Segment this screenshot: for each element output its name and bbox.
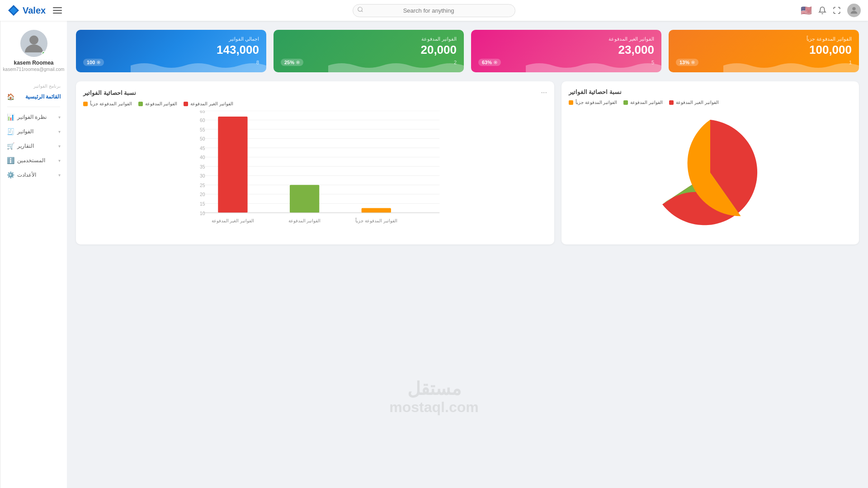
bar-chart-title: نسبة احصائية الفواتير [83, 89, 136, 96]
bar-chart-card: ··· نسبة احصائية الفواتير الفواتير الغير… [76, 81, 554, 244]
pie-chart-title: نسبة احصائية الفواتير [569, 89, 622, 95]
svg-text:25: 25 [200, 183, 205, 188]
stat-card-unpaid: الفواتير الغير المدفوعة 23,000 5 63% [471, 30, 661, 72]
stat-title-partial: الفواتير المدفوعة جزياً [676, 36, 852, 42]
svg-point-1 [358, 7, 362, 11]
pie-chart-container [569, 109, 852, 236]
legend-item-green: الفواتير المدفوعة [623, 100, 663, 105]
svg-text:55: 55 [200, 127, 205, 132]
stat-badge-unpaid: 63% [478, 59, 501, 66]
sidebar-item-inner-users: المستخدمين ℹ️ [7, 157, 45, 164]
svg-text:30: 30 [200, 174, 205, 178]
sidebar-label-reports: التقارير [17, 143, 34, 149]
stat-badge-total: 100 [83, 59, 104, 66]
home-icon: 🏠 [7, 93, 14, 100]
stat-amount-paid: 20,000 [281, 43, 457, 57]
sidebar-user-email: kasem711roomea@gmail.com [3, 67, 65, 72]
svg-text:50: 50 [200, 136, 205, 141]
bar-orange [362, 208, 391, 213]
sidebar-item-reports[interactable]: ▾ التقارير 🛒 [0, 139, 67, 153]
chevron-invoices: ▾ [58, 129, 61, 134]
search-input[interactable] [353, 4, 515, 17]
chevron-users: ▾ [58, 158, 61, 163]
bar-green [290, 185, 319, 213]
main-content: الفواتير المدفوعة جزياً 100,000 1 13% ال… [67, 21, 868, 488]
logo-text: Valex [23, 5, 46, 16]
stat-badge-partial: 13% [676, 59, 698, 66]
sidebar-item-invoices-overview[interactable]: ▾ نظرة الفواتير 📊 [0, 110, 67, 124]
svg-text:الفواتير المدفوعة جزياً: الفواتير المدفوعة جزياً [355, 217, 397, 224]
sidebar-label-invoices: الفواتير [17, 128, 33, 135]
legend-label-orange: الفواتير المدفوعة جزياً [576, 100, 618, 105]
svg-text:60: 60 [200, 118, 205, 123]
sidebar-item-invoices[interactable]: ▾ الفواتير 🧾 [0, 124, 67, 139]
legend-label-red: الفواتير الغير المدفوعة [676, 100, 719, 105]
legend-label-green: الفواتير المدفوعة [630, 100, 663, 105]
header-right: Valex [7, 4, 62, 17]
pie-chart-svg [651, 114, 769, 231]
flag-icon[interactable]: 🇺🇸 [801, 5, 812, 16]
sidebar-item-inner-settings: الأعدادت ⚙️ [7, 171, 36, 178]
svg-text:الفواتير المدفوعة: الفواتير المدفوعة [288, 218, 321, 224]
svg-line-2 [362, 11, 363, 12]
sidebar-item-users[interactable]: ▾ المستخدمين ℹ️ [0, 153, 67, 168]
sidebar-divider-1 [7, 107, 61, 107]
svg-text:40: 40 [200, 155, 205, 160]
stat-amount-unpaid: 23,000 [478, 43, 654, 57]
bar-legend-label-green: الفواتير المدفوعة [145, 101, 178, 106]
chevron-settings: ▾ [58, 173, 61, 178]
bar-legend-dot-red [184, 102, 188, 106]
sidebar: kasem Roomea kasem711roomea@gmail.com بر… [0, 21, 67, 488]
sidebar-user-name: kasem Roomea [14, 60, 53, 66]
user-avatar[interactable] [847, 4, 861, 17]
legend-item-red: الفواتير الغير المدفوعة [669, 100, 719, 105]
bar-legend-red: الفواتير الغير المدفوعة [184, 101, 233, 106]
bar-chart-svg: 65 60 55 50 45 40 35 30 25 20 15 10 [83, 111, 547, 237]
bar-legend-label-red: الفواتير الغير المدفوعة [190, 101, 233, 106]
sidebar-label-users: المستخدمين [17, 157, 45, 164]
svg-text:الفواتير الغير المدفوعة: الفواتير الغير المدفوعة [212, 218, 255, 224]
svg-text:45: 45 [200, 146, 205, 151]
svg-text:35: 35 [200, 164, 205, 169]
bar-legend-label-orange: الفواتير المدفوعة جزياً [90, 101, 132, 106]
bar-legend-dot-orange [83, 102, 88, 106]
invoices-icon: 🧾 [7, 128, 14, 135]
reports-icon: 🛒 [7, 142, 14, 150]
valex-logo: Valex [7, 4, 46, 17]
sidebar-item-inner-reports: التقارير 🛒 [7, 142, 34, 150]
svg-text:20: 20 [200, 192, 205, 197]
sidebar-section-label: برنامج الفواتير [0, 81, 67, 89]
pie-chart-legend: الفواتير الغير المدفوعة الفواتير المدفوع… [569, 100, 852, 105]
svg-point-0 [852, 7, 855, 10]
expand-icon[interactable] [833, 6, 841, 14]
pie-chart-header: نسبة احصائية الفواتير [569, 89, 852, 95]
bar-legend-green: الفواتير المدفوعة [138, 101, 178, 106]
search-icon [357, 6, 363, 14]
bar-chart-area: 65 60 55 50 45 40 35 30 25 20 15 10 [83, 111, 547, 237]
online-status-dot [42, 51, 46, 56]
stat-card-total: اجمالي الفواتير 143,000 8 100 [76, 30, 266, 72]
svg-text:10: 10 [200, 211, 205, 216]
invoices-overview-icon: 📊 [7, 113, 14, 121]
hamburger-menu[interactable] [53, 7, 62, 14]
users-icon: ℹ️ [7, 157, 14, 164]
bar-legend-orange: الفواتير المدفوعة جزياً [83, 101, 132, 106]
sidebar-user-avatar [20, 30, 47, 57]
bar-chart-header: ··· نسبة احصائية الفواتير [83, 89, 547, 97]
notification-icon[interactable] [818, 6, 826, 14]
sidebar-label-settings: الأعدادت [17, 172, 36, 178]
svg-point-45 [29, 36, 38, 45]
sidebar-item-inner-invoices: نظرة الفواتير 📊 [7, 113, 47, 121]
stat-badge-paid: 25% [281, 59, 303, 66]
stat-title-unpaid: الفواتير الغير المدفوعة [478, 36, 654, 42]
sidebar-item-home[interactable]: القائمة الرئيسية 🏠 [0, 89, 67, 104]
sidebar-active-label: القائمة الرئيسية [25, 94, 61, 100]
main-layout: الفواتير المدفوعة جزياً 100,000 1 13% ال… [0, 21, 868, 488]
sidebar-item-settings[interactable]: ▾ الأعدادت ⚙️ [0, 168, 67, 182]
legend-dot-orange [569, 100, 573, 105]
bar-legend-dot-green [138, 102, 143, 106]
chart-more-dots[interactable]: ··· [541, 89, 547, 97]
sidebar-user: kasem Roomea kasem711roomea@gmail.com [0, 30, 69, 72]
stat-amount-total: 143,000 [83, 43, 259, 57]
legend-dot-red [669, 100, 674, 105]
